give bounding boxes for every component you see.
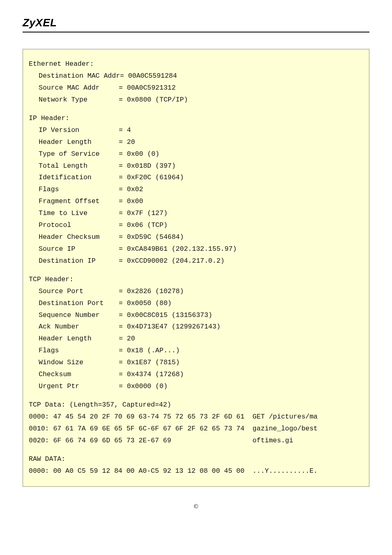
field-value: = 0x4D713E47 (1299267143): [119, 323, 221, 331]
field-value: = 0x1E87 (7815): [119, 358, 180, 366]
field-label: Time to Live: [29, 208, 119, 220]
field-value: = 0x06 (TCP): [119, 221, 168, 229]
field-label: Total Length: [29, 160, 119, 172]
field-value: = 0x02: [119, 185, 143, 193]
section-title: TCP Header:: [29, 274, 363, 286]
field-label: Window Size: [29, 357, 119, 369]
field-label: Checksum: [29, 369, 119, 381]
ethernet-header-section: Ethernet Header: Destination MAC Addr= 0…: [29, 58, 363, 106]
field-label: IP Version: [29, 125, 119, 136]
hex-line: 0010: 67 61 7A 69 6E 65 5F 6C-6F 67 6F 2…: [29, 423, 363, 435]
field-value: = 0x0800 (TCP/IP): [119, 96, 188, 104]
field-value: = 0xD59C (54684): [119, 233, 184, 241]
field-label: Sequence Number: [29, 310, 119, 321]
field-label: Type of Service: [29, 148, 119, 160]
field-label: Idetification: [29, 172, 119, 184]
field-label: Destination Port: [29, 298, 119, 310]
field-label: Header Length: [29, 136, 119, 148]
page-footer: ©: [0, 503, 392, 510]
field-value: = 00A0C5921312: [119, 84, 176, 92]
field-label: Destination IP: [29, 255, 119, 267]
field-value: = 00A0C5591284: [120, 72, 177, 80]
field-value: = 0x7F (127): [119, 209, 168, 217]
field-label: Source MAC Addr: [29, 82, 119, 94]
field-value: = 0x00 (0): [119, 150, 159, 158]
section-title: RAW DATA:: [29, 453, 363, 465]
field-label: Flags: [29, 345, 119, 357]
field-value: = 0x0000 (0): [119, 382, 168, 390]
tcp-data-section: TCP Data: (Length=357, Captured=42) 0000…: [29, 399, 363, 447]
field-value: = 20: [119, 138, 135, 146]
tcp-header-section: TCP Header: Source Port= 0x2826 (10278) …: [29, 274, 363, 393]
brand-logo: ZyXEL: [23, 16, 57, 29]
field-value: = 0x18 (.AP...): [119, 347, 180, 354]
field-value: = 0x4374 (17268): [119, 370, 184, 378]
field-value: = 0x00: [119, 197, 143, 205]
ip-header-section: IP Header: IP Version= 4 Header Length= …: [29, 113, 363, 267]
field-value: = 0xCCD90002 (204.217.0.2): [119, 257, 224, 265]
field-value: = 0x00C8C015 (13156373): [119, 311, 212, 319]
field-label: Header Length: [29, 333, 119, 345]
section-title: IP Header:: [29, 113, 363, 125]
section-title: Ethernet Header:: [29, 58, 363, 70]
field-label: Protocol: [29, 220, 119, 231]
field-value: = 20: [119, 335, 135, 342]
field-label: Network Type: [29, 94, 119, 106]
field-label: Ack Number: [29, 321, 119, 333]
field-label: Destination MAC Addr: [29, 70, 120, 82]
field-label: Source Port: [29, 286, 119, 298]
brand-bar: ZyXEL: [23, 16, 369, 32]
field-value: = 0x018D (397): [119, 162, 176, 170]
packet-panel: Ethernet Header: Destination MAC Addr= 0…: [23, 49, 369, 487]
hex-line: 0000: 47 45 54 20 2F 70 69 63-74 75 72 6…: [29, 411, 363, 423]
field-value: = 0xF20C (61964): [119, 173, 184, 181]
field-label: Urgent Ptr: [29, 381, 119, 393]
raw-data-section: RAW DATA: 0000: 00 A0 C5 59 12 84 00 A0-…: [29, 453, 363, 477]
hex-line: 0000: 00 A0 C5 59 12 84 00 A0-C5 92 13 1…: [29, 465, 363, 477]
field-value: = 4: [119, 126, 131, 134]
hex-line: 0020: 6F 66 74 69 6D 65 73 2E-67 69 ofti…: [29, 435, 363, 447]
field-label: Flags: [29, 184, 119, 196]
field-label: Header Checksum: [29, 231, 119, 243]
section-title: TCP Data: (Length=357, Captured=42): [29, 399, 363, 411]
field-value: = 0x2826 (10278): [119, 287, 184, 295]
field-value: = 0x0050 (80): [119, 299, 172, 307]
field-label: Fragment Offset: [29, 196, 119, 208]
field-value: = 0xCA849B61 (202.132.155.97): [119, 245, 237, 253]
field-label: Source IP: [29, 243, 119, 255]
